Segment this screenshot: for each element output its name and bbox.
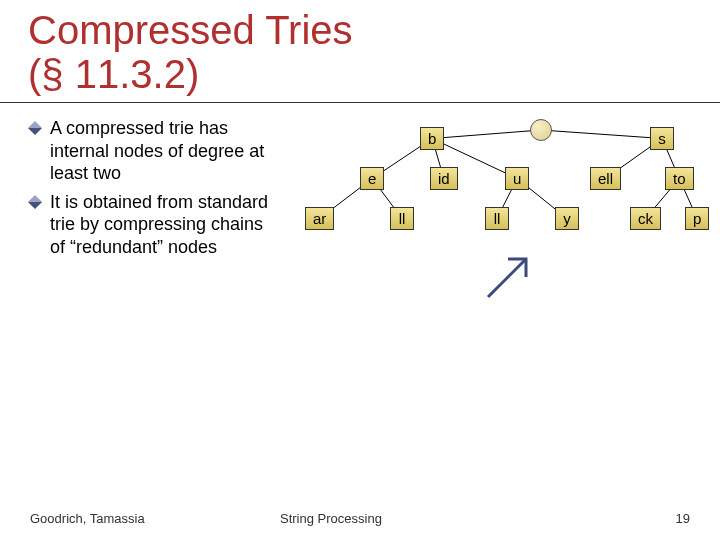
page-title: Compressed Tries (§ 11.3.2) — [0, 0, 720, 103]
trie-diagram: bseiduelltoarllllyckp — [290, 117, 710, 337]
trie-node-u: u — [505, 167, 529, 190]
trie-node-ar: ar — [305, 207, 334, 230]
bullet-text: A compressed trie has internal nodes of … — [50, 117, 280, 185]
trie-node-e: e — [360, 167, 384, 190]
trie-node-b: b — [420, 127, 444, 150]
trie-node-ck: ck — [630, 207, 661, 230]
svg-line-0 — [432, 130, 541, 139]
trie-node-ell: ell — [590, 167, 621, 190]
footer-subject: String Processing — [280, 511, 460, 526]
footer-authors: Goodrich, Tamassia — [30, 511, 280, 526]
trie-node-to: to — [665, 167, 694, 190]
footer: Goodrich, Tamassia String Processing 19 — [0, 511, 720, 526]
trie-node-ll2: ll — [485, 207, 509, 230]
footer-page-num: 19 — [460, 511, 690, 526]
trie-node-id: id — [430, 167, 458, 190]
arrow-icon — [480, 245, 540, 305]
trie-node-s: s — [650, 127, 674, 150]
bullet-list: A compressed trie has internal nodes of … — [30, 117, 290, 337]
diamond-bullet-icon — [28, 121, 42, 135]
diamond-bullet-icon — [28, 194, 42, 208]
title-line-1: Compressed Tries — [28, 8, 353, 52]
bullet-text: It is obtained from standard trie by com… — [50, 191, 280, 259]
trie-node-p: p — [685, 207, 709, 230]
trie-node-y: y — [555, 207, 579, 230]
trie-root — [530, 119, 552, 141]
content-row: A compressed trie has internal nodes of … — [0, 103, 720, 337]
title-line-2: (§ 11.3.2) — [28, 52, 199, 96]
trie-node-ll1: ll — [390, 207, 414, 230]
bullet-item: It is obtained from standard trie by com… — [30, 191, 280, 259]
svg-line-1 — [541, 130, 662, 139]
bullet-item: A compressed trie has internal nodes of … — [30, 117, 280, 185]
